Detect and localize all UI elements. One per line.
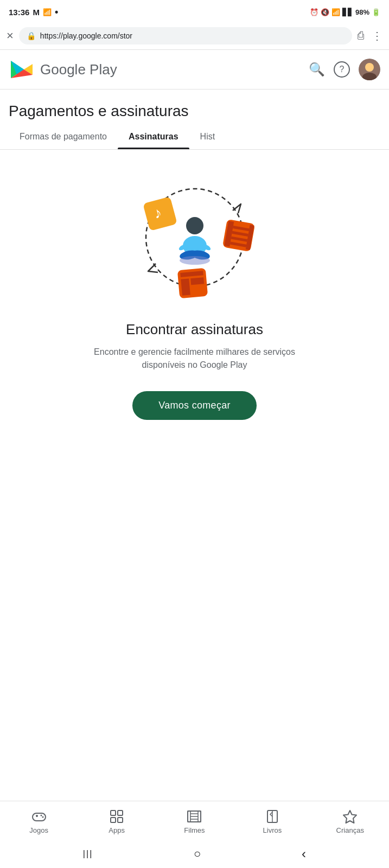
lock-icon: 🔒 xyxy=(27,31,36,40)
tab-history[interactable]: Hist xyxy=(189,124,226,149)
android-home-button[interactable]: ○ xyxy=(194,847,201,861)
svg-rect-29 xyxy=(111,810,116,815)
android-nav-bar: ||| ○ ‹ xyxy=(0,840,389,868)
svg-point-17 xyxy=(186,217,203,234)
status-bar: 13:36 M 📶 • ⏰ 🔇 📶 ▋▋ 98% 🔋 xyxy=(0,0,389,22)
nav-item-filmes[interactable]: Filmes xyxy=(173,807,216,837)
url-text: https://play.google.com/stor xyxy=(40,31,345,40)
subscription-illustration: ♪ xyxy=(124,167,265,308)
gplay-title: Google Play xyxy=(40,61,303,78)
wifi-icon: 📶 xyxy=(331,8,340,16)
svg-rect-32 xyxy=(118,818,123,822)
nav-item-jogos[interactable]: Jogos xyxy=(17,807,61,837)
nav-item-livros[interactable]: Livros xyxy=(251,807,294,837)
svg-rect-30 xyxy=(118,810,123,815)
share-icon[interactable]: ⎙ xyxy=(358,29,364,42)
android-recent-button[interactable]: ||| xyxy=(83,849,93,859)
gplay-header: Google Play 🔍 ? xyxy=(0,50,389,89)
signal-strength-icon: ▋▋ xyxy=(342,8,353,16)
url-bar[interactable]: 🔒 https://play.google.com/stor xyxy=(19,27,352,44)
tab-payment[interactable]: Formas de pagamento xyxy=(9,124,118,149)
status-time: 13:36 M 📶 • xyxy=(9,7,58,18)
signal-icons: 📶 xyxy=(43,8,52,16)
nav-label-filmes: Filmes xyxy=(184,826,205,834)
svg-marker-40 xyxy=(343,810,356,823)
nav-item-apps[interactable]: Apps xyxy=(95,807,138,837)
browser-bar: × 🔒 https://play.google.com/stor ⎙ ⋮ xyxy=(0,22,389,50)
dot-indicator: • xyxy=(55,7,58,18)
alarm-icon: ⏰ xyxy=(310,8,318,16)
bottom-nav: Jogos Apps Filmes Livros xyxy=(0,801,389,840)
svg-rect-35 xyxy=(198,811,201,822)
search-icon[interactable]: 🔍 xyxy=(309,62,325,77)
user-avatar[interactable] xyxy=(359,59,380,80)
jogos-icon xyxy=(31,809,47,824)
content-heading: Encontrar assinaturas xyxy=(126,321,263,338)
livros-icon xyxy=(265,809,280,824)
svg-point-28 xyxy=(42,816,43,818)
page-title: Pagamentos e assinaturas xyxy=(9,103,380,120)
svg-point-27 xyxy=(40,815,42,816)
browser-actions: ⎙ ⋮ xyxy=(358,29,382,42)
mute-icon: 🔇 xyxy=(321,8,329,16)
android-back-button[interactable]: ‹ xyxy=(302,846,306,861)
svg-rect-31 xyxy=(111,818,116,822)
page-title-section: Pagamentos e assinaturas xyxy=(0,90,389,124)
mail-icon: M xyxy=(33,8,40,17)
filmes-icon xyxy=(187,809,202,824)
content-description: Encontre e gerencie facilmente milhares … xyxy=(86,346,303,372)
nav-item-criancas[interactable]: Crianças xyxy=(328,807,372,837)
svg-point-1 xyxy=(365,63,374,72)
nav-label-livros: Livros xyxy=(263,826,282,834)
battery-icon: 🔋 xyxy=(372,8,380,16)
status-right-icons: ⏰ 🔇 📶 ▋▋ 98% 🔋 xyxy=(310,8,380,16)
nav-label-apps: Apps xyxy=(109,826,125,834)
criancas-icon xyxy=(342,809,358,824)
apps-icon xyxy=(109,809,124,824)
svg-point-23 xyxy=(180,256,210,265)
browser-close-button[interactable]: × xyxy=(7,29,14,43)
svg-rect-34 xyxy=(188,811,190,822)
more-options-icon[interactable]: ⋮ xyxy=(372,29,382,42)
tab-subscriptions[interactable]: Assinaturas xyxy=(118,124,189,149)
tabs-bar: Formas de pagamento Assinaturas Hist xyxy=(0,124,389,150)
help-icon[interactable]: ? xyxy=(334,61,350,78)
nav-label-jogos: Jogos xyxy=(29,826,48,834)
gplay-logo-icon xyxy=(9,56,35,82)
battery-percentage: 98% xyxy=(355,8,369,16)
header-icons: 🔍 ? xyxy=(309,59,380,80)
cta-button[interactable]: Vamos começar xyxy=(132,391,257,420)
main-content: ♪ En xyxy=(0,150,389,619)
svg-rect-16 xyxy=(190,277,204,285)
nav-label-criancas: Crianças xyxy=(336,826,364,834)
svg-rect-15 xyxy=(181,279,190,296)
